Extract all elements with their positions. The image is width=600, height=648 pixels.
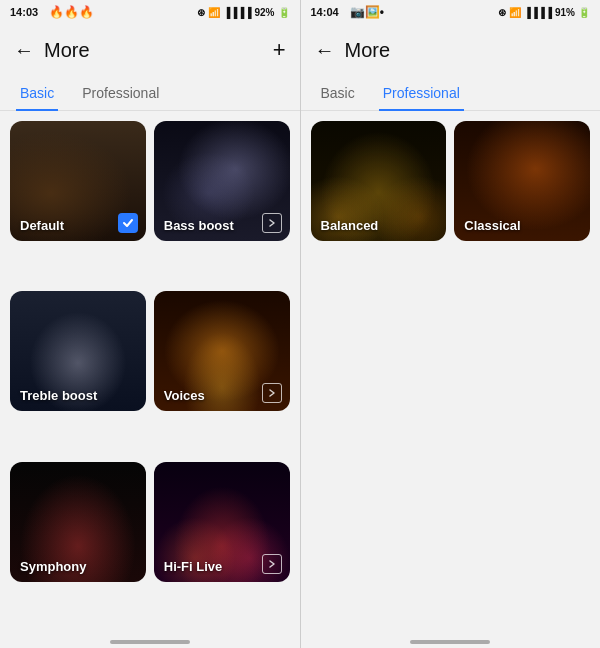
wifi-icon-right: 📶 bbox=[509, 7, 521, 18]
grid-right: Balanced Classical bbox=[301, 111, 601, 634]
status-bar-left: 14:03 🔥🔥🔥 ⊛ 📶 ▐▐▐▐ 92% 🔋 bbox=[0, 0, 300, 24]
item-treble-label: Treble boost bbox=[20, 388, 97, 403]
item-balanced[interactable]: Balanced bbox=[311, 121, 447, 241]
back-button-left[interactable]: ← bbox=[14, 39, 34, 62]
right-panel: 14:04 📷🖼️• ⊛ 📶 ▐▐▐▐ 91% 🔋 ← More Basic P… bbox=[301, 0, 601, 648]
check-badge-default bbox=[118, 213, 138, 233]
scroll-indicator-right bbox=[410, 640, 490, 644]
battery-left: 92% bbox=[254, 7, 274, 18]
item-hifi-label: Hi-Fi Live bbox=[164, 559, 223, 574]
item-bass-boost[interactable]: Bass boost bbox=[154, 121, 290, 241]
expand-icon-bass bbox=[262, 213, 282, 233]
status-icons-right: 📷🖼️• bbox=[350, 5, 384, 19]
status-right-left: ⊛ 📶 ▐▐▐▐ 92% 🔋 bbox=[197, 7, 289, 18]
scroll-indicator-left bbox=[110, 640, 190, 644]
signal-icon-right: ▐▐▐▐ bbox=[524, 7, 552, 18]
battery-right: 91% bbox=[555, 7, 575, 18]
battery-icon-right: 🔋 bbox=[578, 7, 590, 18]
item-classical-label: Classical bbox=[464, 218, 520, 233]
back-button-right[interactable]: ← bbox=[315, 39, 335, 62]
item-classical[interactable]: Classical bbox=[454, 121, 590, 241]
tab-basic-right[interactable]: Basic bbox=[317, 77, 359, 111]
add-button-left[interactable]: + bbox=[273, 37, 286, 63]
header-left-group: ← More bbox=[14, 39, 90, 62]
item-default-label: Default bbox=[20, 218, 64, 233]
wifi-icon: 📶 bbox=[208, 7, 220, 18]
left-panel: 14:03 🔥🔥🔥 ⊛ 📶 ▐▐▐▐ 92% 🔋 ← More + Basic … bbox=[0, 0, 300, 648]
expand-icon-hifi bbox=[262, 554, 282, 574]
header-right: ← More bbox=[301, 24, 601, 76]
tab-professional-left[interactable]: Professional bbox=[78, 77, 163, 111]
tabs-right: Basic Professional bbox=[301, 76, 601, 111]
tab-professional-right[interactable]: Professional bbox=[379, 77, 464, 111]
item-symphony[interactable]: Symphony bbox=[10, 462, 146, 582]
status-time-right: 14:04 📷🖼️• bbox=[311, 5, 384, 19]
bluetooth-icon: ⊛ bbox=[197, 7, 205, 18]
grid-left: Default Bass boost Treble boost Voices bbox=[0, 111, 300, 634]
time-right: 14:04 bbox=[311, 6, 339, 18]
status-right-right: ⊛ 📶 ▐▐▐▐ 91% 🔋 bbox=[498, 7, 590, 18]
item-default[interactable]: Default bbox=[10, 121, 146, 241]
item-voices-label: Voices bbox=[164, 388, 205, 403]
expand-icon-voices bbox=[262, 383, 282, 403]
status-bar-right: 14:04 📷🖼️• ⊛ 📶 ▐▐▐▐ 91% 🔋 bbox=[301, 0, 601, 24]
item-bass-label: Bass boost bbox=[164, 218, 234, 233]
tabs-left: Basic Professional bbox=[0, 76, 300, 111]
item-symphony-label: Symphony bbox=[20, 559, 86, 574]
item-voices[interactable]: Voices bbox=[154, 291, 290, 411]
item-treble-boost[interactable]: Treble boost bbox=[10, 291, 146, 411]
item-balanced-label: Balanced bbox=[321, 218, 379, 233]
bluetooth-icon-right: ⊛ bbox=[498, 7, 506, 18]
page-title-right: More bbox=[345, 39, 391, 62]
status-icons-left: 🔥🔥🔥 bbox=[49, 5, 94, 19]
time-left: 14:03 bbox=[10, 6, 38, 18]
battery-icon-left: 🔋 bbox=[278, 7, 290, 18]
tab-basic-left[interactable]: Basic bbox=[16, 77, 58, 111]
header-right-group: ← More bbox=[315, 39, 391, 62]
status-time-left: 14:03 🔥🔥🔥 bbox=[10, 5, 94, 19]
header-left: ← More + bbox=[0, 24, 300, 76]
signal-icon: ▐▐▐▐ bbox=[223, 7, 251, 18]
item-hifi-live[interactable]: Hi-Fi Live bbox=[154, 462, 290, 582]
page-title-left: More bbox=[44, 39, 90, 62]
